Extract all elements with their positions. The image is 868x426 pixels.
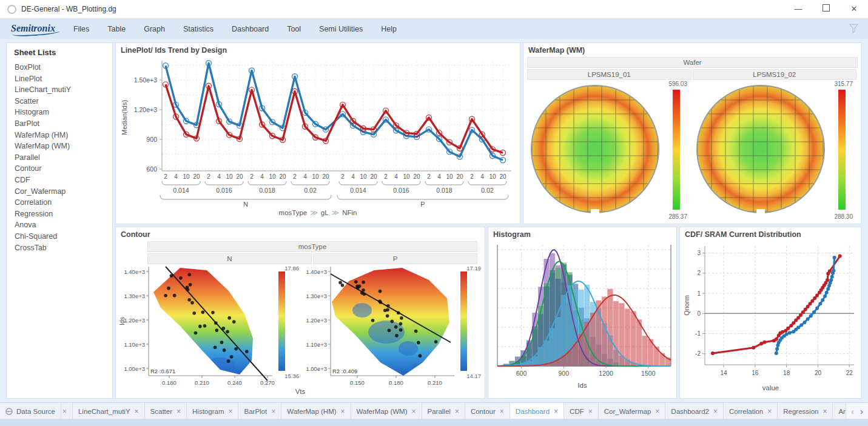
svg-text:18: 18 [783,370,790,376]
caption-separator: ≫ [332,208,340,217]
menu-help[interactable]: Help [381,25,397,33]
tab-wafermap-hm-[interactable]: WaferMap (HM)× [281,403,351,419]
svg-text:0.018: 0.018 [436,187,452,194]
svg-text:-2: -2 [695,350,701,357]
sidebar-item-correlation[interactable]: Correlation [7,197,112,208]
tab-contour[interactable]: Contour× [465,403,510,419]
menu-table[interactable]: Table [107,25,126,33]
svg-text:22: 22 [846,370,853,376]
menu-files[interactable]: Files [73,25,89,33]
svg-text:17.19: 17.19 [466,265,481,271]
tab-close-icon[interactable]: × [62,407,67,416]
svg-text:0.180: 0.180 [389,379,403,386]
svg-text:P: P [420,201,425,208]
sidebar-item-cdf[interactable]: CDF [7,175,112,186]
sidebar-item-wafermap-hm-[interactable]: WaferMap (HM) [7,130,112,141]
tab-close-icon[interactable]: × [177,407,181,416]
svg-text:288.30: 288.30 [834,213,853,220]
sheet-lists-header: Sheet Lists [7,43,112,62]
tab-barplot[interactable]: BarPlot× [238,403,281,419]
svg-text:600: 600 [516,370,527,377]
minimize-button[interactable]: — [784,0,812,18]
menu-tool[interactable]: Tool [287,25,301,33]
maximize-button[interactable] [812,0,840,18]
menu-statistics[interactable]: Statistics [183,25,214,33]
svg-text:15.36: 15.36 [284,373,299,379]
close-button[interactable]: ✕ [840,0,868,18]
contour-header-n: N [147,253,312,264]
semitronix-logo: Semitronix [11,23,55,34]
svg-text:20: 20 [236,173,243,180]
svg-text:10: 10 [183,173,190,180]
tab-dashboard[interactable]: Dashboard× [510,403,564,419]
tab-ot[interactable]: ot× [61,403,73,419]
tab-scatter[interactable]: Scatter× [145,403,187,419]
svg-text:1200: 1200 [599,370,613,377]
svg-text:0.014: 0.014 [350,187,366,194]
tab-linechart-mutiy[interactable]: LineChart_mutiY× [73,403,145,419]
sidebar-item-contour[interactable]: Contour [7,163,112,175]
sidebar-item-parallel[interactable]: Parallel [7,152,112,164]
app-window: DE-General - WB_Plotting.dg — ✕ Semitron… [0,0,868,426]
svg-text:1.50e+3: 1.50e+3 [134,76,157,84]
tab-label: Cor_Wafermap [604,408,651,415]
svg-text:0: 0 [697,310,701,317]
tab-close-icon[interactable]: × [500,407,504,416]
tab-close-icon[interactable]: × [554,407,558,416]
svg-text:Median(Ids): Median(Ids) [121,100,128,135]
tab-close-icon[interactable]: × [655,407,659,416]
tab-close-icon[interactable]: × [767,407,772,416]
tab-histogram[interactable]: Histogram× [187,403,238,419]
tab-label: Scatter [150,408,172,415]
tab-regression[interactable]: Regression× [778,403,833,419]
wafer-map-1: 596.03285.37 [527,80,688,222]
tab-close-icon[interactable]: × [228,407,232,416]
tab-close-icon[interactable]: × [713,407,718,416]
sidebar-item-crosstab[interactable]: CrossTab [7,242,112,254]
tab-close-icon[interactable]: × [412,407,416,416]
tab-scroll-prev[interactable]: ‹ [851,406,854,416]
svg-text:0.02: 0.02 [481,187,494,194]
sidebar-item-anova[interactable]: Anova [7,219,112,231]
menu-dashboard[interactable]: Dashboard [232,25,269,33]
tab-close-icon[interactable]: × [341,407,345,416]
sidebar-item-barplot[interactable]: BarPlot [7,118,112,130]
tab-anova[interactable]: Anova× [833,403,846,419]
menu-semi-utilities[interactable]: Semi Utilities [319,25,363,33]
tab-wafermap-wm-[interactable]: WaferMap (WM)× [351,403,422,419]
svg-text:-1: -1 [695,330,701,337]
svg-text:900: 900 [146,136,157,143]
svg-text:1.10e+3: 1.10e+3 [124,341,145,348]
filter-icon[interactable] [849,24,860,33]
tab-close-icon[interactable]: × [588,407,593,416]
sidebar-item-regression[interactable]: Regression [7,208,112,220]
tab-scroll-next[interactable]: › [860,406,863,416]
sidebar-item-scatter[interactable]: Scatter [7,96,112,107]
wafer-name-header: LPSMS19_01 [527,69,691,80]
svg-text:16: 16 [752,370,759,376]
tab-close-icon[interactable]: × [135,407,139,416]
sidebar-item-linechart-mutiy[interactable]: LineChart_mutiY [7,84,112,96]
svg-text:1.20e+3: 1.20e+3 [134,106,157,113]
tab-data-source[interactable]: Data Source [0,403,61,419]
tab-cor-wafermap[interactable]: Cor_Wafermap× [599,403,666,419]
tab-correlation[interactable]: Correlation× [724,403,778,419]
sidebar-item-cor-wafermap[interactable]: Cor_Wafermap [7,186,112,198]
svg-text:10: 10 [403,173,410,180]
svg-text:10: 10 [489,173,496,180]
menu-graph[interactable]: Graph [144,25,165,33]
sidebar-item-lineplot[interactable]: LinePlot [7,73,112,85]
sidebar-item-chi-squared[interactable]: Chi-Squared [7,231,112,242]
sidebar-item-histogram[interactable]: Histogram [7,107,112,118]
svg-text:0.210: 0.210 [428,379,442,386]
tab-label: Regression [783,408,818,415]
tab-close-icon[interactable]: × [455,407,459,416]
tab-dashboard2[interactable]: Dashboard2× [665,403,724,419]
sidebar-item-boxplot[interactable]: BoxPlot [7,62,112,73]
tab-parallel[interactable]: Parallel× [422,403,465,419]
tab-close-icon[interactable]: × [271,407,275,416]
tab-close-icon[interactable]: × [823,407,827,416]
tab-cdf[interactable]: CDF× [564,403,599,419]
sidebar-item-wafermap-wm-[interactable]: WaferMap (WM) [7,141,112,152]
contour-panel: Contour mosType NP 1.40e+31.30e+31.20e+3… [115,227,485,399]
